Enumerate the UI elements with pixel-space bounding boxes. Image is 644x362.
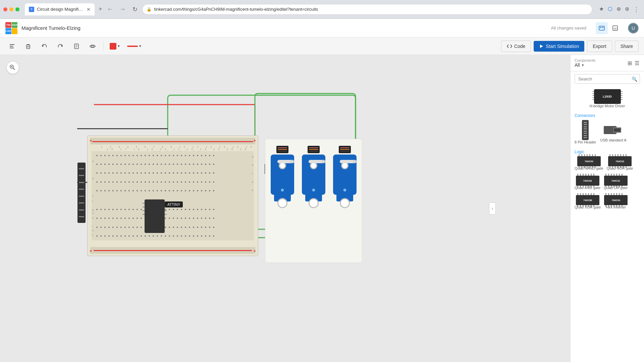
delete-btn[interactable] — [21, 41, 35, 52]
servo-connector-1 — [276, 146, 288, 153]
svg-rect-0 — [599, 26, 604, 30]
svg-point-19 — [92, 45, 94, 47]
wire-color-btn[interactable]: ▼ — [108, 42, 122, 51]
connectors-row: 8 Pin Header USB standard A — [575, 120, 640, 144]
zoom-control[interactable] — [7, 62, 19, 74]
logic-row-1: 74HC00 Quad NAND gate 74HC02 Quad NOR ga… — [575, 156, 640, 170]
attiny-board[interactable] — [77, 163, 86, 223]
code-btn[interactable]: Code — [501, 41, 531, 52]
hbridge-name: H-bridge Motor Driver — [590, 104, 625, 108]
svg-marker-13 — [42, 45, 44, 47]
user-avatar[interactable]: U — [628, 23, 639, 34]
redo-btn[interactable] — [54, 41, 67, 52]
back-btn[interactable]: ← — [105, 4, 115, 14]
74hc02-component[interactable]: 74HC02 Quad NOR gate — [607, 156, 633, 170]
view-btn[interactable] — [86, 41, 99, 52]
attiny-tooltip: ATTINY — [165, 201, 183, 207]
forward-btn[interactable]: → — [118, 4, 128, 14]
toolbar-icons: 3D — [596, 22, 621, 34]
bookmark-icon[interactable]: ★ — [598, 4, 605, 14]
servo-motor-3[interactable]: + — [331, 146, 359, 208]
browser-tab[interactable]: T Circuit design Magnificent Tume... ✕ — [25, 3, 95, 15]
notes-btn[interactable] — [70, 41, 83, 52]
export-btn[interactable]: Export — [587, 41, 612, 52]
hbridge-component[interactable]: L293D H-bridge Motor Driver — [575, 89, 640, 108]
maximize-window-btn[interactable] — [15, 7, 19, 11]
conn-pin — [584, 128, 587, 129]
canvas-area[interactable]: + + 1 2 3 4 5 6 7 8 9 10 11 12 13 14 15 … — [0, 55, 570, 362]
extension-icon2[interactable]: ⊕ — [615, 4, 622, 14]
74hc02-chip-body: 74HC02 — [608, 156, 632, 166]
logic-row-3: 74HC86 Quad XOR gate 74HC04 Hex inverter — [575, 195, 640, 209]
tab-close-btn[interactable]: ✕ — [87, 7, 91, 12]
attiny-chip[interactable] — [141, 199, 168, 240]
share-btn[interactable]: Share — [615, 41, 639, 52]
simulate-btn[interactable]: Start Simulation — [534, 41, 584, 52]
components-filter-group: Components All ▼ — [575, 58, 595, 68]
usb-connector-body — [603, 123, 623, 138]
74hc04-chip-body: 74HC04 — [604, 195, 628, 205]
code-label: Code — [514, 44, 525, 49]
lock-icon: 🔒 — [147, 7, 152, 12]
undo-btn[interactable] — [38, 41, 51, 52]
filter-dropdown[interactable]: All ▼ — [575, 62, 595, 68]
logo-tin: TIN — [5, 22, 11, 28]
circuits-mode-btn[interactable] — [596, 22, 608, 34]
extension-icon1[interactable]: ⬡ — [606, 4, 614, 14]
url-text: tinkercad.com/things/cG4aPnCH9IM-magnifi… — [154, 7, 318, 12]
conn-pin — [584, 133, 587, 134]
8pin-header-component[interactable]: 8 Pin Header — [575, 120, 596, 144]
edit-toolbar: ▼ ▼ Code Start Simulation Export Share — [0, 38, 644, 55]
line-dropdown-icon: ▼ — [139, 44, 142, 48]
color-swatch — [110, 43, 116, 50]
svg-rect-10 — [26, 45, 30, 49]
minimize-window-btn[interactable] — [9, 7, 13, 11]
logo-ker: KER — [12, 22, 18, 28]
refresh-btn[interactable]: ↻ — [130, 4, 140, 14]
main-actions: Code Start Simulation Export Share — [501, 41, 639, 52]
save-status: All changes saved — [551, 25, 586, 31]
tinkercad-logo[interactable]: TIN KER CAD — [5, 22, 17, 34]
panel-view-icons: ⊞ ☰ — [627, 59, 640, 67]
browser-menu-icon[interactable]: ⋮ — [632, 4, 641, 14]
hbridge-chip-body: L293D — [594, 89, 621, 104]
74hc00-chip-body: 74HC00 — [577, 156, 601, 166]
servo-motor-2[interactable]: + — [300, 146, 327, 208]
svg-marker-14 — [61, 45, 62, 47]
plus-bottom-left: + — [90, 248, 92, 253]
servo-motor-1[interactable]: + — [269, 146, 296, 208]
plus-top-left: + — [90, 138, 92, 143]
conn-pin — [584, 122, 587, 123]
usb-connector-component[interactable]: USB standard A — [600, 120, 626, 144]
color-dropdown-icon: ▼ — [117, 44, 120, 48]
3d-mode-btn[interactable]: 3D — [609, 22, 621, 34]
address-bar[interactable]: 🔒 tinkercad.com/things/cG4aPnCH9IM-magni… — [142, 4, 592, 15]
project-title: Magnificent Tumelo-Elzing — [21, 25, 547, 31]
svg-text:3D: 3D — [613, 27, 617, 30]
74hc00-component[interactable]: 74HC00 Quad NAND gate — [575, 156, 603, 170]
search-container: 🔍 — [575, 74, 640, 84]
svg-line-24 — [13, 68, 15, 70]
74hc86-component[interactable]: 74HC86 Quad XOR gate — [575, 195, 601, 209]
conn-pin — [584, 124, 587, 125]
usb-connector-name: USB standard A — [600, 138, 626, 142]
74hc32-component[interactable]: 74HC32 Quad OR gate — [604, 176, 628, 190]
new-tab-btn[interactable]: + — [99, 6, 102, 13]
collapse-panel-btn[interactable]: › — [489, 202, 496, 215]
extension-icon3[interactable]: ⊕ — [624, 4, 631, 14]
list-view-icon[interactable]: ☰ — [634, 59, 640, 67]
close-window-btn[interactable] — [3, 7, 7, 11]
search-input[interactable] — [575, 74, 640, 84]
filter-value: All — [575, 62, 580, 68]
8pin-header-name: 8 Pin Header — [575, 140, 596, 144]
svg-rect-7 — [10, 46, 13, 47]
74hc04-component[interactable]: 74HC04 Hex inverter — [604, 195, 628, 209]
74hc08-component[interactable]: 74HC08 Quad AND gate — [575, 176, 600, 190]
grid-view-icon[interactable]: ⊞ — [627, 59, 633, 67]
plus-bottom-right: + — [253, 248, 256, 253]
connectors-section-label: Connectors — [575, 113, 640, 118]
breadboard[interactable]: + + 1 2 3 4 5 6 7 8 9 10 11 12 13 14 15 … — [87, 135, 258, 256]
wire-width-btn[interactable]: ▼ — [125, 43, 144, 49]
align-btn[interactable] — [5, 41, 19, 52]
hbridge-chip-label: L293D — [603, 95, 612, 98]
